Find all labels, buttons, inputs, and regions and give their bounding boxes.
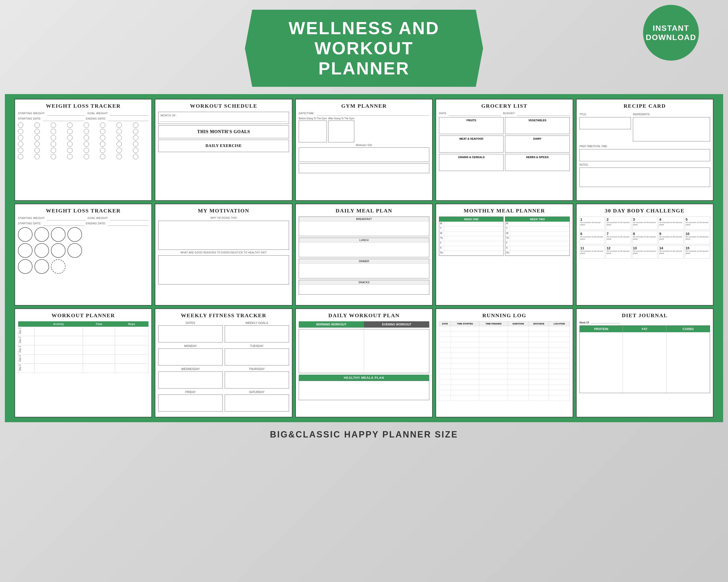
circle <box>133 154 138 159</box>
rl-row <box>439 395 570 400</box>
wlt1-start-date-line <box>43 117 84 121</box>
rl-row <box>439 353 570 358</box>
footer-text: BIG&CLASSIC HAPPY PLANNER SIZE <box>0 429 728 440</box>
circle <box>18 141 23 147</box>
wlt1-circles-row4 <box>18 141 149 147</box>
circle <box>34 122 40 128</box>
workout-planner-card: Workout Planner Activity Time Reps Day 1 <box>15 308 152 417</box>
daily-meal-plan-card: Daily Meal Plan Breakfast Lunch Dinner S… <box>295 204 433 306</box>
dmp-dinner-label: Dinner <box>299 259 429 264</box>
circle <box>67 135 73 140</box>
gl-vegetables: Vegetables <box>505 117 570 134</box>
ws-title: Workout Schedule <box>158 103 289 109</box>
circle <box>84 148 89 153</box>
dj-fat-content <box>623 332 666 393</box>
dmp-dinner-content <box>299 264 429 278</box>
wp-day5-label: Day 5 <box>18 363 34 373</box>
circle <box>133 148 138 153</box>
wlt1-start-weight-label: Starting Weight: <box>18 112 45 116</box>
gp-datetime-label: Date/Time: <box>299 112 315 116</box>
dwp-title: Daily Workout Plan <box>299 312 429 318</box>
wft-dates-goals-row: Dates Weekly Goals <box>158 321 289 342</box>
bc-day-text-10: 50 crunches 2x 60 second plank <box>686 236 709 240</box>
mmp-day-label-f: F <box>439 241 444 246</box>
dmp-snacks: Snacks <box>299 280 429 295</box>
mmp-week-one: Week One M T W Th F S Su <box>439 217 503 256</box>
wp-day2-activity <box>34 336 83 345</box>
wft-dates-section: Dates <box>158 321 223 342</box>
dj-protein-col: Protein <box>580 326 623 393</box>
mmp-day-label-m: M <box>439 222 444 226</box>
header-area: WELLNESS AND WORKOUT PLANNER INSTANT DOW… <box>0 0 728 94</box>
gl-fruits-title: Fruits <box>441 119 502 122</box>
bc-day-text-1: 50 crunches 30 second plank <box>580 221 604 226</box>
rl-row <box>439 347 570 353</box>
rc-title-field <box>579 117 631 129</box>
circle <box>18 135 23 140</box>
wp-title: Workout Planner <box>18 312 149 318</box>
rl-row <box>439 385 570 390</box>
mmp-day-f: F <box>439 241 503 246</box>
bc-day-7: 7 50 crunches 2x 60 second plank <box>606 231 631 244</box>
big-circle <box>51 227 66 242</box>
mm-label2: What Are Good Reasons To Exercise/Stick … <box>158 251 289 254</box>
wp-table: Activity Time Reps Day 1 Day 2 <box>18 321 149 373</box>
circle <box>133 122 138 128</box>
wp-day5-activity <box>34 363 83 373</box>
wp-row-day5: Day 5 <box>18 363 149 373</box>
rl-row <box>439 379 570 385</box>
dj-fat-header: Fat <box>623 326 666 332</box>
gl-budget-label: Budget <box>503 112 515 116</box>
circle <box>100 141 105 147</box>
pages-grid: Weight Loss Tracker Starting Weight: Goa… <box>5 94 723 422</box>
wp-col-reps: Reps <box>115 321 149 327</box>
mmp-day-label-su2: Su <box>505 251 510 255</box>
wlt2-gw-line <box>110 217 149 220</box>
dj-week-row: Week Of: <box>579 321 710 324</box>
wp-day2-text: Day 2 <box>19 337 21 343</box>
wp-day2-reps <box>115 336 149 345</box>
bc-day-num-6: 6 <box>580 232 604 236</box>
wft-fri-sat-row: Friday Saturday <box>158 390 289 412</box>
gl-dairy: Dairy <box>505 136 570 153</box>
mmp-day-label-th: Th <box>439 236 444 241</box>
dmp-title: Daily Meal Plan <box>299 207 429 214</box>
bc-day-num-2: 2 <box>607 218 630 221</box>
rl-col-duration: Duration <box>508 321 529 326</box>
circle <box>116 148 122 153</box>
bc-day-text-6: 50 crunches 2x 60 second plank <box>580 236 604 240</box>
gl-date-label: Date <box>439 112 446 116</box>
wlt1-title: Weight Loss Tracker <box>18 103 149 109</box>
wp-day5-reps <box>115 363 149 373</box>
bc-day-2: 2 50 crunches 2x 60 second plank <box>606 217 631 230</box>
wft-wednesday-label: Wednesday <box>158 367 223 371</box>
footer-area: BIG&CLASSIC HAPPY PLANNER SIZE <box>0 422 728 447</box>
rc-ingr-section: Ingredients: <box>633 112 710 142</box>
my-motivation-card: My Motivation Why I'm Doing This What Ar… <box>155 204 292 306</box>
gl-grains-title: Grains & Cereals <box>441 156 502 159</box>
dj-carbs-content <box>666 332 710 393</box>
wft-saturday-section: Saturday <box>225 390 289 412</box>
mmp-weeks-grid: Week One M T W Th F S Su Week Two M T W … <box>439 217 570 256</box>
circle <box>18 122 23 128</box>
wp-day2-label: Day 2 <box>18 336 34 345</box>
circle <box>100 154 105 159</box>
rc-prep-label: Prep Time/Total Time: <box>579 145 608 148</box>
rc-title-label: Title: <box>579 113 587 116</box>
wlt2-big-circles-1 <box>18 227 149 242</box>
circle <box>51 154 56 159</box>
circle <box>18 154 23 159</box>
bc-day-text-12: 50 crunches 2x 60 second plank <box>607 250 630 255</box>
wp-day3-text: Day 3 <box>19 346 21 352</box>
circle <box>34 129 40 134</box>
gl-date-line <box>448 112 501 116</box>
wp-day1-label: Day 1 <box>18 327 34 336</box>
wft-friday-box <box>158 394 223 412</box>
bc-title: 30 Day Body Challenge <box>579 207 710 214</box>
circle <box>84 141 89 147</box>
mmp-day-su2: Su <box>505 251 569 256</box>
wlt1-circles-row3 <box>18 135 149 140</box>
dmp-snacks-content <box>299 285 429 295</box>
big-circle <box>51 243 66 258</box>
big-circle <box>18 227 32 242</box>
